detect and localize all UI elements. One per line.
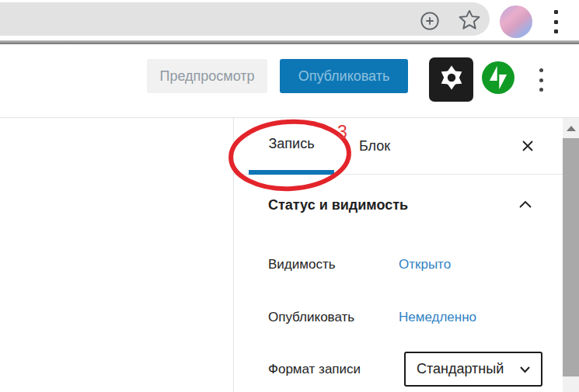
tab-post[interactable]: Запись <box>249 118 334 175</box>
gear-icon <box>438 64 465 95</box>
jetpack-icon <box>482 61 514 98</box>
visibility-label: Видимость <box>268 257 336 272</box>
publish-button[interactable]: Опубликовать <box>280 59 408 93</box>
close-sidebar-button[interactable] <box>514 134 541 161</box>
zoom-in-icon[interactable] <box>419 10 441 32</box>
scrollbar-thumb[interactable] <box>563 138 579 376</box>
publish-date-label: Опубликовать <box>268 310 354 325</box>
visibility-value-link[interactable]: Открыто <box>399 257 451 272</box>
post-format-selected-value: Стандартный <box>417 361 504 377</box>
jetpack-button[interactable] <box>482 63 514 95</box>
triangle-up-icon <box>567 126 576 131</box>
post-format-select[interactable]: Стандартный <box>404 352 542 387</box>
chevron-up-icon[interactable] <box>515 195 535 215</box>
browser-address-bar[interactable] <box>0 2 490 36</box>
close-icon <box>520 138 535 157</box>
browser-profile-avatar[interactable] <box>500 5 532 38</box>
chevron-down-icon <box>519 361 531 377</box>
scrollbar-up-arrow[interactable] <box>563 118 579 138</box>
settings-button[interactable] <box>429 57 473 102</box>
publish-date-value-link[interactable]: Немедленно <box>399 310 476 325</box>
tab-block[interactable]: Блок <box>347 118 402 175</box>
post-format-label: Формат записи <box>268 362 361 377</box>
browser-menu-icon[interactable] <box>550 10 561 33</box>
preview-button[interactable]: Предпросмотр <box>147 59 267 93</box>
editor-more-menu-icon[interactable] <box>534 66 548 94</box>
panel-title-status-visibility[interactable]: Статус и видимость <box>268 197 408 213</box>
bookmark-star-icon[interactable] <box>457 9 482 33</box>
